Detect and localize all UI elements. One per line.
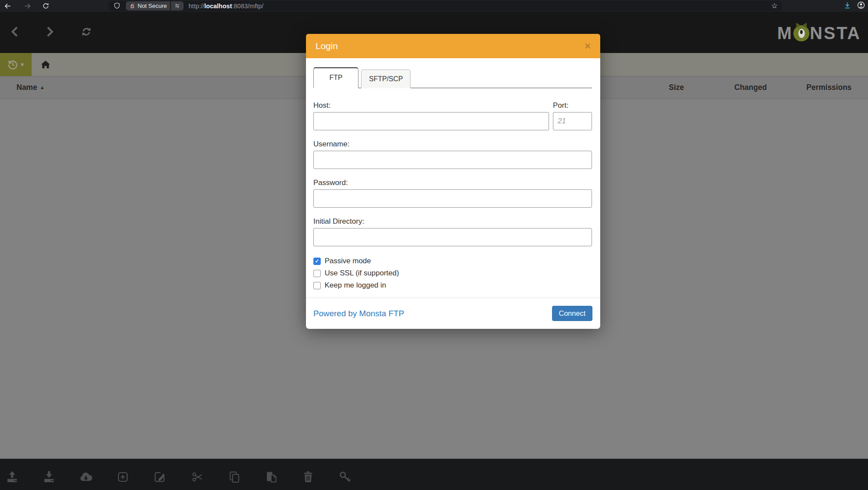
cloud-download-button[interactable] (79, 470, 93, 484)
login-modal-body: FTP SFTP/SCP Host: Port: Username: Passw… (306, 58, 600, 291)
paste-button[interactable] (264, 470, 279, 484)
refresh-icon (80, 25, 93, 38)
security-chip: Not Secure (126, 1, 184, 10)
initial-directory-input[interactable] (313, 228, 592, 246)
browser-back-button[interactable] (3, 2, 12, 10)
chevron-left-icon (10, 26, 20, 38)
checkbox-label: Keep me logged in (325, 281, 386, 290)
edit-icon (153, 470, 167, 484)
cut-scissors-icon (191, 470, 204, 484)
profile-icon[interactable] (857, 1, 865, 10)
app-refresh-button[interactable] (80, 25, 93, 40)
column-header-size[interactable]: Size (669, 83, 684, 92)
host-input[interactable] (313, 112, 549, 130)
permissions-button[interactable] (338, 470, 352, 484)
bottom-toolbar (0, 459, 868, 490)
cloud-download-icon (79, 470, 93, 484)
checkbox-unchecked-icon (313, 282, 321, 289)
not-secure-label: Not Secure (138, 3, 167, 9)
column-label: Permissions (806, 83, 852, 92)
initial-directory-label: Initial Directory: (313, 217, 592, 226)
caret-down-icon: ▼ (20, 62, 25, 68)
address-bar[interactable]: Not Secure http://localhost:8083/mftp/ ☆ (108, 1, 782, 11)
passive-mode-checkbox[interactable]: ✓ Passive mode (313, 255, 592, 267)
upload-button[interactable] (5, 470, 20, 484)
checkbox-checked-icon: ✓ (313, 258, 321, 265)
logo-text-m: M (777, 23, 793, 43)
initial-directory-field-group: Initial Directory: (313, 217, 592, 246)
browser-chrome-right (843, 1, 865, 10)
tab-ftp[interactable]: FTP (313, 67, 358, 88)
plus-square-icon (116, 470, 130, 484)
column-header-name[interactable]: Name▲ (16, 83, 45, 92)
host-label: Host: (313, 101, 549, 110)
app-back-button[interactable] (10, 26, 20, 40)
bookmark-star-icon[interactable]: ☆ (771, 2, 778, 10)
port-field-group: Port: (553, 101, 592, 130)
checkbox-label: Use SSL (if supported) (325, 269, 399, 278)
modal-title: Login (316, 41, 338, 51)
history-icon (7, 59, 19, 70)
not-secure-badge[interactable]: Not Secure (126, 1, 170, 10)
cut-button[interactable] (190, 470, 205, 484)
port-label: Port: (553, 101, 592, 110)
column-label: Name (16, 83, 37, 92)
options-checkboxes: ✓ Passive mode Use SSL (if supported) Ke… (313, 255, 592, 291)
copy-icon (227, 470, 241, 484)
url-host: localhost (204, 3, 232, 10)
host-field-group: Host: (313, 101, 549, 130)
column-header-changed[interactable]: Changed (734, 83, 767, 92)
logo-text-nsta: NSTA (810, 23, 861, 43)
username-field-group: Username: (313, 140, 592, 169)
home-icon (40, 59, 51, 70)
connect-button[interactable]: Connect (552, 306, 592, 321)
url-prefix: http:// (189, 3, 204, 10)
protocol-tabs: FTP SFTP/SCP (313, 67, 592, 88)
download-button[interactable] (42, 470, 56, 484)
use-ssl-checkbox[interactable]: Use SSL (if supported) (313, 267, 592, 279)
checkbox-label: Passive mode (325, 257, 371, 265)
history-dropdown-button[interactable]: ▼ (0, 53, 32, 76)
new-item-button[interactable] (115, 470, 130, 484)
login-modal-header: Login × (306, 34, 600, 58)
screen: Not Secure http://localhost:8083/mftp/ ☆ (0, 0, 868, 490)
edit-button[interactable] (152, 470, 167, 484)
site-permissions-button[interactable] (171, 1, 184, 10)
column-header-permissions[interactable]: Permissions (806, 83, 852, 92)
reload-icon (42, 2, 49, 10)
close-icon[interactable]: × (585, 41, 591, 51)
tab-sftp-scp[interactable]: SFTP/SCP (361, 70, 411, 88)
port-input[interactable] (553, 112, 592, 130)
chevron-right-icon (45, 26, 55, 38)
downloads-icon[interactable] (843, 1, 852, 10)
url-text[interactable]: http://localhost:8083/mftp/ (189, 3, 263, 10)
password-input[interactable] (313, 189, 592, 208)
browser-forward-button[interactable] (23, 2, 32, 10)
username-input[interactable] (313, 151, 592, 169)
shield-icon[interactable] (113, 2, 121, 10)
trash-icon (301, 470, 315, 484)
url-path: :8083/mftp/ (232, 3, 263, 10)
checkbox-unchecked-icon (313, 270, 321, 277)
column-label: Changed (734, 83, 767, 92)
copy-button[interactable] (227, 470, 242, 484)
column-label: Size (669, 83, 684, 92)
forward-arrow-icon (23, 2, 31, 10)
delete-button[interactable] (301, 470, 316, 484)
paste-icon (264, 470, 278, 484)
monsta-logo: M NSTA (777, 23, 861, 43)
username-label: Username: (313, 140, 592, 149)
login-modal: Login × FTP SFTP/SCP Host: Port: Usernam… (306, 34, 600, 329)
download-icon (42, 470, 56, 484)
browser-reload-button[interactable] (41, 2, 50, 10)
password-label: Password: (313, 179, 592, 187)
powered-by-link[interactable]: Powered by Monsta FTP (313, 309, 404, 318)
key-icon (338, 470, 352, 484)
broken-lock-icon (129, 3, 135, 9)
home-button[interactable] (40, 59, 51, 72)
login-modal-footer: Powered by Monsta FTP Connect (306, 298, 600, 329)
app-forward-button[interactable] (45, 26, 55, 40)
upload-icon (5, 470, 19, 484)
keep-logged-in-checkbox[interactable]: Keep me logged in (313, 279, 592, 291)
back-arrow-icon (4, 2, 12, 10)
